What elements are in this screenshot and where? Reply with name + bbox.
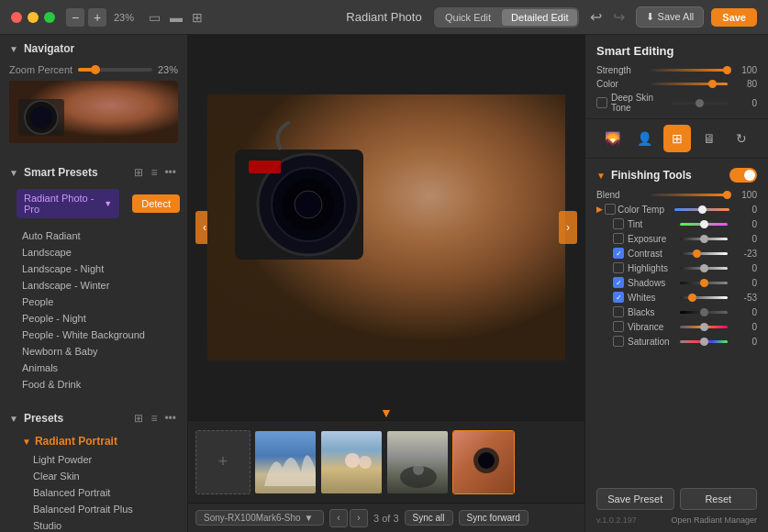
next-nav-button[interactable]: ›: [350, 509, 368, 527]
minimize-button[interactable]: [28, 12, 39, 23]
sync-forward-button[interactable]: Sync forward: [459, 510, 529, 526]
rotate-icon[interactable]: ↻: [728, 125, 755, 152]
filmstrip-thumb-2[interactable]: [320, 430, 383, 494]
close-button[interactable]: [11, 12, 22, 23]
smart-presets-grid-icon[interactable]: ⊞: [132, 165, 145, 180]
open-radiant-manager-link[interactable]: Open Radiant Manager: [671, 515, 757, 525]
preset-item-auto-radiant[interactable]: Auto Radiant: [22, 227, 187, 244]
save-preset-button[interactable]: Save Preset: [596, 488, 674, 510]
exposure-checkbox[interactable]: [613, 233, 624, 244]
color-temp-slider[interactable]: [674, 208, 729, 211]
tone-icon[interactable]: 🌄: [599, 125, 627, 152]
split-view-button[interactable]: ▬: [168, 8, 184, 27]
person-icon[interactable]: 👤: [631, 125, 659, 152]
presets-list-icon[interactable]: ≡: [149, 411, 159, 426]
exposure-slider[interactable]: [680, 238, 729, 240]
highlights-slider[interactable]: [680, 267, 729, 270]
vibrance-checkbox[interactable]: [613, 321, 624, 332]
save-all-button[interactable]: ⬇ Save All: [636, 6, 704, 28]
highlights-label: Highlights: [628, 263, 676, 273]
whites-slider[interactable]: [680, 296, 729, 299]
single-view-button[interactable]: ▭: [147, 8, 162, 27]
preset-clear-skin[interactable]: Clear Skin: [33, 468, 187, 484]
smart-presets-more-icon[interactable]: •••: [162, 165, 178, 180]
color-temp-checkbox[interactable]: [605, 204, 616, 215]
smart-presets-actions: ⊞ ≡ •••: [132, 165, 178, 180]
vibrance-slider[interactable]: [680, 326, 729, 328]
preset-studio[interactable]: Studio: [33, 517, 187, 532]
preset-item-animals[interactable]: Animals: [22, 360, 187, 376]
next-photo-button[interactable]: ›: [559, 211, 577, 244]
color-slider[interactable]: [651, 83, 728, 85]
preset-item-people-white-bg[interactable]: People - White Background: [22, 327, 187, 343]
preset-item-newborn[interactable]: Newborn & Baby: [22, 343, 187, 360]
strength-slider[interactable]: [651, 69, 728, 72]
svg-point-14: [359, 456, 372, 469]
sliders-icon[interactable]: ⊞: [663, 125, 691, 152]
tab-detailed-edit[interactable]: Detailed Edit: [502, 9, 577, 26]
preset-item-landscape[interactable]: Landscape: [22, 244, 187, 260]
presets-grid-icon[interactable]: ⊞: [132, 411, 145, 426]
prev-nav-button[interactable]: ‹: [329, 509, 348, 527]
whites-label: Whites: [628, 293, 676, 303]
redo-button[interactable]: ↪: [609, 6, 629, 28]
preset-item-people[interactable]: People: [22, 294, 187, 310]
navigator-header[interactable]: ▼ Navigator: [0, 35, 187, 61]
smart-presets-header[interactable]: ▼ Smart Presets ⊞ ≡ •••: [0, 158, 187, 185]
strength-value: 100: [731, 65, 757, 75]
zoom-in-button[interactable]: +: [88, 8, 106, 27]
save-button[interactable]: Save: [711, 8, 757, 27]
fullscreen-button[interactable]: [44, 12, 55, 23]
blacks-checkbox[interactable]: [613, 306, 624, 317]
color-temp-expand-icon[interactable]: ▶: [596, 205, 603, 214]
whites-checkbox[interactable]: [613, 292, 624, 303]
deep-skin-checkbox[interactable]: [596, 97, 607, 108]
deep-skin-slider[interactable]: [672, 102, 729, 105]
presets-header[interactable]: ▼ Presets ⊞ ≡ •••: [0, 404, 187, 431]
filmstrip-thumb-4[interactable]: [452, 430, 515, 494]
tint-checkbox[interactable]: [613, 218, 624, 229]
tint-slider[interactable]: [680, 223, 729, 226]
preset-light-powder[interactable]: Light Powder: [33, 451, 187, 468]
undo-redo-controls: ↩ ↪: [586, 6, 629, 28]
highlights-value: 0: [731, 263, 757, 273]
grid-view-button[interactable]: ⊞: [190, 8, 205, 27]
detect-button[interactable]: Detect: [132, 194, 180, 213]
saturation-checkbox[interactable]: [613, 336, 624, 347]
finishing-tools-header[interactable]: ▼ Finishing Tools: [585, 162, 768, 188]
filmstrip: +: [188, 420, 584, 503]
shadows-thumb: [700, 279, 708, 287]
saturation-slider[interactable]: [680, 340, 729, 343]
highlights-checkbox[interactable]: [613, 262, 624, 273]
sync-all-button[interactable]: Sync all: [405, 510, 453, 526]
zoom-out-button[interactable]: −: [66, 8, 84, 27]
display-icon[interactable]: 🖥: [696, 125, 723, 152]
blacks-slider[interactable]: [680, 311, 729, 314]
bottom-bar: Sony-RX100Mark6-Sho ▼ ‹ › 3 of 3 Sync al…: [188, 503, 584, 532]
shadows-slider[interactable]: [680, 282, 729, 284]
preset-balanced-portrait-plus[interactable]: Balanced Portrait Plus: [33, 501, 187, 517]
undo-button[interactable]: ↩: [586, 6, 606, 28]
preset-item-landscape-night[interactable]: Landscape - Night: [22, 260, 187, 277]
preset-balanced-portrait[interactable]: Balanced Portrait: [33, 484, 187, 501]
smart-presets-list-icon[interactable]: ≡: [149, 165, 159, 180]
preset-item-food[interactable]: Food & Drink: [22, 376, 187, 393]
titlebar: − + 23% ▭ ▬ ⊞ Radiant Photo Quick Edit D…: [0, 0, 768, 35]
preset-item-people-night[interactable]: People - Night: [22, 310, 187, 327]
tab-quick-edit[interactable]: Quick Edit: [436, 9, 500, 26]
preset-item-landscape-winter[interactable]: Landscape - Winter: [22, 277, 187, 294]
contrast-checkbox[interactable]: [613, 248, 624, 259]
filmstrip-thumb-1[interactable]: [254, 430, 317, 494]
preset-dropdown[interactable]: Radiant Photo - Pro ▼: [17, 189, 119, 218]
tint-row: Tint 0: [585, 216, 768, 231]
zoom-slider[interactable]: [78, 68, 152, 72]
filmstrip-thumb-3[interactable]: [386, 430, 449, 494]
contrast-slider[interactable]: [680, 252, 729, 255]
filmstrip-add-button[interactable]: +: [195, 430, 250, 494]
radiant-portrait-header[interactable]: ▼ Radiant Portrait: [0, 431, 187, 451]
presets-more-icon[interactable]: •••: [162, 411, 178, 426]
reset-button[interactable]: Reset: [680, 488, 758, 510]
finishing-tools-toggle[interactable]: [729, 168, 757, 183]
blend-slider[interactable]: [651, 194, 728, 196]
shadows-checkbox[interactable]: [613, 277, 624, 288]
